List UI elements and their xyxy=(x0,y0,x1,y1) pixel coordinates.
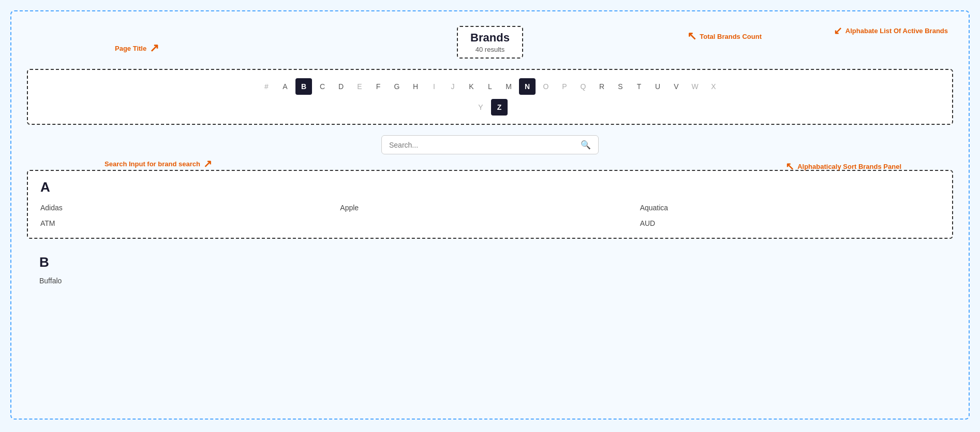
page-title: Brands xyxy=(470,31,510,45)
alpha-C[interactable]: C xyxy=(314,78,331,95)
alpha-V[interactable]: V xyxy=(668,78,685,95)
alpha-R[interactable]: R xyxy=(593,78,610,95)
annotation-alphabet-list: ↙ Alphabate List Of Active Brands xyxy=(834,24,948,37)
arrow-total-count: ↖ xyxy=(687,30,696,43)
alpha-A[interactable]: A xyxy=(277,78,293,95)
brand-atm[interactable]: ATM xyxy=(40,219,340,227)
brands-section-B: B Buffalo xyxy=(27,254,953,285)
brand-empty-col1 xyxy=(340,219,640,227)
alpha-X[interactable]: X xyxy=(705,78,722,95)
annotation-total-count: ↖ Total Brands Count xyxy=(687,30,762,43)
alpha-W[interactable]: W xyxy=(687,78,703,95)
search-wrapper: 🔍 xyxy=(381,135,599,154)
alphabet-nav: # A B C D E F G H I J K L M xyxy=(27,69,953,125)
alpha-G[interactable]: G xyxy=(389,78,405,95)
search-section: 🔍 xyxy=(27,135,953,154)
alpha-F[interactable]: F xyxy=(370,78,387,95)
alpha-N[interactable]: N xyxy=(519,78,536,95)
alpha-B[interactable]: B xyxy=(295,78,312,95)
page-title-box: Brands 40 results xyxy=(457,26,523,59)
annotation-search-input: Search Input for brand search ↗ xyxy=(105,157,212,170)
alpha-I[interactable]: I xyxy=(426,78,442,95)
alpha-Y[interactable]: Y xyxy=(472,99,489,116)
arrow-page-title: ↗ xyxy=(150,41,159,55)
alpha-P[interactable]: P xyxy=(556,78,573,95)
brand-buffalo[interactable]: Buffalo xyxy=(39,277,941,285)
annotation-page-title: Page Title ↗ xyxy=(115,41,159,55)
search-icon: 🔍 xyxy=(581,140,591,150)
alpha-T[interactable]: T xyxy=(631,78,647,95)
brand-apple[interactable]: Apple xyxy=(340,204,640,212)
alpha-Z[interactable]: Z xyxy=(491,99,508,116)
brand-adidas[interactable]: Adidas xyxy=(40,204,340,212)
brands-grid-A: Adidas Apple Aquatica ATM AUD xyxy=(40,204,940,227)
alpha-S[interactable]: S xyxy=(612,78,629,95)
alphabet-row-main: # A B C D E F G H I J K L M xyxy=(38,78,942,95)
arrow-search: ↗ xyxy=(203,157,212,170)
alpha-J[interactable]: J xyxy=(444,78,461,95)
main-container: Page Title ↗ ↖ Total Brands Count ↙ Alph… xyxy=(10,10,970,420)
brands-section-A: A Adidas Apple Aquatica ATM AUD xyxy=(27,170,953,239)
alpha-H[interactable]: H xyxy=(407,78,424,95)
alpha-hash[interactable]: # xyxy=(258,78,275,95)
alpha-U[interactable]: U xyxy=(649,78,666,95)
results-count: 40 results xyxy=(470,46,510,53)
alpha-Q[interactable]: Q xyxy=(575,78,591,95)
arrow-alphabet: ↙ xyxy=(834,24,842,37)
alphabet-row-second: Y Z xyxy=(38,99,942,116)
brand-aud[interactable]: AUD xyxy=(640,219,940,227)
arrow-sort: ↖ xyxy=(785,160,794,172)
alpha-L[interactable]: L xyxy=(482,78,498,95)
section-letter-B: B xyxy=(39,254,941,270)
alpha-M[interactable]: M xyxy=(500,78,517,95)
alpha-K[interactable]: K xyxy=(463,78,480,95)
alpha-O[interactable]: O xyxy=(538,78,554,95)
alpha-D[interactable]: D xyxy=(333,78,349,95)
annotation-sort-panel: ↖ Alphabaticaly Sort Brands Panel xyxy=(785,160,901,172)
section-letter-A: A xyxy=(40,179,940,195)
search-input[interactable] xyxy=(389,141,581,149)
brand-aquatica[interactable]: Aquatica xyxy=(640,204,940,212)
alpha-E[interactable]: E xyxy=(351,78,368,95)
